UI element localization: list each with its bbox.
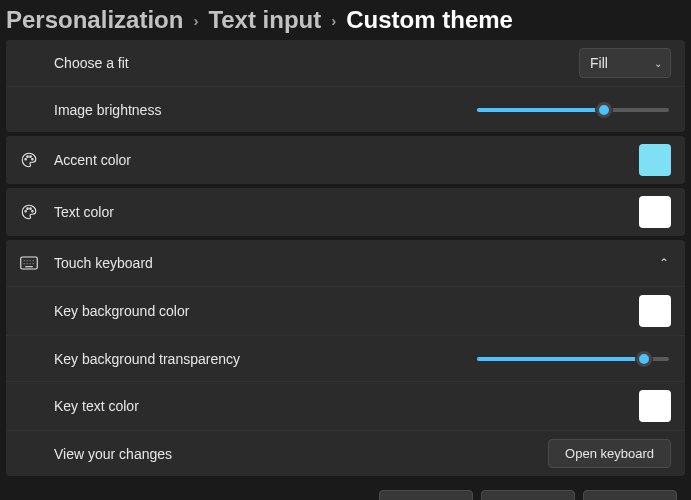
- breadcrumb-custom-theme: Custom theme: [346, 6, 513, 34]
- key-background-color-swatch[interactable]: [639, 295, 671, 327]
- image-brightness-slider[interactable]: [477, 100, 669, 120]
- text-color-swatch[interactable]: [639, 196, 671, 228]
- card-image-settings: Choose a fit Fill ⌄ Image brightness: [6, 40, 685, 132]
- svg-point-3: [32, 159, 34, 161]
- row-key-text-color: Key text color: [6, 381, 685, 430]
- svg-point-7: [32, 211, 34, 213]
- cancel-button[interactable]: Cancel: [583, 490, 677, 500]
- text-color-label: Text color: [54, 204, 114, 220]
- slider-fill: [477, 357, 644, 361]
- image-brightness-label: Image brightness: [54, 102, 161, 118]
- breadcrumb: Personalization › Text input › Custom th…: [0, 0, 691, 40]
- save-button[interactable]: Save: [481, 490, 575, 500]
- palette-icon: [20, 151, 48, 169]
- key-text-color-swatch[interactable]: [639, 390, 671, 422]
- slider-fill: [477, 108, 604, 112]
- fit-select[interactable]: Fill ⌄: [579, 48, 671, 78]
- svg-point-6: [30, 208, 32, 210]
- row-key-background-color: Key background color: [6, 286, 685, 335]
- view-changes-label: View your changes: [54, 446, 172, 462]
- slider-thumb[interactable]: [636, 351, 652, 367]
- card-touch-keyboard: Touch keyboard ⌃ Key background color Ke…: [6, 240, 685, 476]
- breadcrumb-personalization[interactable]: Personalization: [6, 6, 183, 34]
- row-view-changes: View your changes Open keyboard: [6, 430, 685, 476]
- keyboard-icon: [20, 256, 48, 270]
- chevron-right-icon: ›: [331, 12, 336, 29]
- row-key-background-transparency: Key background transparency: [6, 335, 685, 381]
- key-background-transparency-slider[interactable]: [477, 349, 669, 369]
- fit-select-value: Fill: [590, 55, 608, 71]
- accent-color-label: Accent color: [54, 152, 131, 168]
- row-choose-fit: Choose a fit Fill ⌄: [6, 40, 685, 86]
- breadcrumb-text-input[interactable]: Text input: [208, 6, 321, 34]
- row-text-color: Text color: [6, 188, 685, 236]
- accent-color-swatch[interactable]: [639, 144, 671, 176]
- card-text-color[interactable]: Text color: [6, 188, 685, 236]
- touch-keyboard-label: Touch keyboard: [54, 255, 153, 271]
- key-background-transparency-label: Key background transparency: [54, 351, 240, 367]
- chevron-down-icon: ⌄: [654, 58, 662, 69]
- palette-icon: [20, 203, 48, 221]
- chevron-right-icon: ›: [193, 12, 198, 29]
- svg-point-4: [25, 211, 27, 213]
- row-image-brightness: Image brightness: [6, 86, 685, 132]
- row-accent-color: Accent color: [6, 136, 685, 184]
- chevron-up-icon[interactable]: ⌃: [657, 252, 671, 274]
- svg-point-1: [27, 156, 29, 158]
- card-accent-color[interactable]: Accent color: [6, 136, 685, 184]
- svg-point-5: [27, 208, 29, 210]
- key-text-color-label: Key text color: [54, 398, 139, 414]
- svg-point-0: [25, 159, 27, 161]
- key-background-color-label: Key background color: [54, 303, 189, 319]
- svg-point-2: [30, 156, 32, 158]
- open-keyboard-button[interactable]: Open keyboard: [548, 439, 671, 468]
- slider-thumb[interactable]: [596, 102, 612, 118]
- footer-buttons: Reset Save Cancel: [6, 480, 685, 500]
- reset-button[interactable]: Reset: [379, 490, 473, 500]
- choose-fit-label: Choose a fit: [54, 55, 129, 71]
- row-touch-keyboard-header[interactable]: Touch keyboard ⌃: [6, 240, 685, 286]
